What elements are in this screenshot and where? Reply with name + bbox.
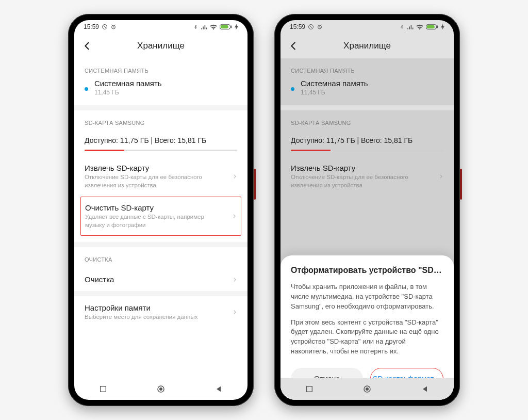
eject-sub: Отключение SD-карты для ее безопасного и… — [291, 173, 434, 189]
svg-rect-10 — [100, 386, 106, 392]
back-icon[interactable] — [81, 40, 93, 52]
back-icon[interactable] — [288, 40, 299, 52]
alarm-icon — [110, 24, 117, 30]
storage-bar — [291, 150, 443, 151]
storage-bar-fill — [291, 150, 331, 151]
system-memory-size: 11,45 ГБ — [94, 89, 233, 96]
dialog-p1: Чтобы хранить приложения и файлы, в том … — [291, 282, 443, 312]
divider — [74, 291, 248, 296]
chevron-right-icon — [232, 276, 237, 284]
storage-bar — [85, 150, 237, 151]
eject-title: Извлечь SD-карту — [291, 164, 434, 172]
chevron-right-icon — [232, 172, 237, 181]
bluetooth-icon — [400, 24, 404, 30]
eject-sub: Отключение SD-карты для ее безопасного и… — [85, 173, 228, 189]
svg-line-4 — [113, 27, 114, 28]
system-memory-size: 11,45 ГБ — [301, 89, 439, 96]
status-left: 15:59 — [290, 23, 323, 30]
dnd-icon — [308, 24, 314, 30]
section-system-label: СИСТЕМНАЯ ПАМЯТЬ — [280, 58, 454, 79]
system-memory-item[interactable]: Системная память 11,45 ГБ — [280, 79, 454, 105]
nav-home-icon[interactable] — [362, 384, 372, 394]
divider — [74, 105, 248, 110]
dialog-title: Отформатировать устройство "SD-к… — [291, 266, 443, 275]
clear-sd-item[interactable]: Очистить SD-карту Удаляет все данные с S… — [80, 197, 241, 236]
svg-rect-22 — [437, 26, 438, 28]
section-system-label: СИСТЕМНАЯ ПАМЯТЬ — [74, 58, 248, 79]
page-title: Хранилище — [280, 41, 454, 51]
nav-home-icon[interactable] — [156, 384, 166, 394]
divider — [74, 242, 248, 247]
nav-back-icon[interactable] — [421, 385, 429, 393]
blue-dot-icon — [291, 87, 294, 91]
status-bar: 15:59 — [280, 20, 454, 34]
phone-left: 15:59 Хранилище СИСТЕМНАЯ ПАМЯТЬ Системн — [68, 14, 254, 406]
clock-text: 15:59 — [290, 23, 305, 30]
mem-settings-item[interactable]: Настройки памяти Выберите место для сохр… — [74, 296, 248, 329]
divider — [280, 105, 454, 110]
cleanup-item[interactable]: Очистка — [74, 268, 248, 291]
svg-rect-21 — [427, 25, 435, 28]
signal-icon — [201, 24, 207, 30]
status-right — [193, 24, 238, 30]
svg-line-19 — [321, 25, 322, 25]
chevron-right-icon — [232, 308, 237, 316]
memsettings-title: Настройки памяти — [85, 303, 228, 312]
system-memory-title: Системная память — [94, 79, 233, 88]
nav-bar — [74, 378, 248, 400]
clear-sub: Удаляет все данные с SD-карты, например … — [85, 213, 214, 229]
memsettings-sub: Выберите место для сохранения данных — [85, 313, 228, 321]
nav-bar — [280, 378, 454, 400]
dialog-p2: При этом весь контент с устройства "SD-к… — [291, 318, 443, 357]
nav-recent-icon[interactable] — [99, 385, 107, 393]
bolt-icon — [235, 24, 238, 30]
battery-icon — [220, 24, 232, 30]
status-left: 15:59 — [84, 23, 117, 30]
eject-title: Извлечь SD-карту — [85, 164, 228, 172]
clock-text: 15:59 — [84, 23, 99, 30]
phone-right: 15:59 Хранилище СИСТЕМНАЯ ПАМЯТЬ Системн — [274, 14, 460, 406]
svg-line-14 — [310, 26, 312, 28]
clear-title: Очистить SD-карту — [85, 203, 227, 212]
eject-sd-item[interactable]: Извлечь SD-карту Отключение SD-карты для… — [280, 156, 454, 197]
svg-line-1 — [104, 26, 106, 28]
section-sd-label: SD-КАРТА SAMSUNG — [280, 110, 454, 131]
header: Хранилище — [74, 34, 248, 58]
svg-rect-9 — [231, 26, 232, 28]
dnd-icon — [102, 24, 108, 30]
screen-right: 15:59 Хранилище СИСТЕМНАЯ ПАМЯТЬ Системн — [280, 20, 454, 400]
header: Хранилище — [280, 34, 454, 58]
status-bar: 15:59 — [74, 20, 248, 34]
battery-icon — [426, 24, 438, 30]
cleanup-title: Очистка — [85, 275, 228, 284]
svg-line-5 — [112, 25, 113, 25]
storage-summary: Доступно: 11,75 ГБ | Всего: 15,81 ГБ — [74, 131, 248, 148]
wifi-icon — [416, 24, 423, 30]
chevron-right-icon — [232, 212, 237, 220]
storage-bar-fill — [85, 150, 124, 151]
chevron-right-icon — [438, 172, 443, 181]
status-right — [400, 24, 444, 30]
content: СИСТЕМНАЯ ПАМЯТЬ Системная память 11,45 … — [74, 58, 248, 378]
svg-rect-23 — [306, 386, 312, 392]
nav-back-icon[interactable] — [214, 385, 223, 393]
bluetooth-icon — [193, 24, 198, 30]
storage-summary: Доступно: 11,75 ГБ | Всего: 15,81 ГБ — [280, 131, 454, 148]
signal-icon — [407, 24, 414, 30]
svg-rect-8 — [221, 25, 228, 28]
system-memory-item[interactable]: Системная память 11,45 ГБ — [74, 79, 248, 105]
page-title: Хранилище — [74, 41, 248, 51]
svg-point-12 — [160, 388, 162, 391]
blue-dot-icon — [85, 87, 88, 91]
svg-point-25 — [366, 388, 369, 391]
screen-left: 15:59 Хранилище СИСТЕМНАЯ ПАМЯТЬ Системн — [74, 20, 248, 400]
wifi-icon — [210, 24, 217, 30]
eject-sd-item[interactable]: Извлечь SD-карту Отключение SD-карты для… — [74, 156, 248, 197]
svg-line-6 — [114, 25, 116, 25]
bolt-icon — [441, 24, 444, 30]
dialog-body: Чтобы хранить приложения и файлы, в том … — [291, 282, 443, 357]
section-sd-label: SD-КАРТА SAMSUNG — [74, 110, 248, 131]
nav-recent-icon[interactable] — [305, 385, 314, 393]
alarm-icon — [317, 24, 323, 30]
system-memory-title: Системная память — [301, 79, 439, 88]
